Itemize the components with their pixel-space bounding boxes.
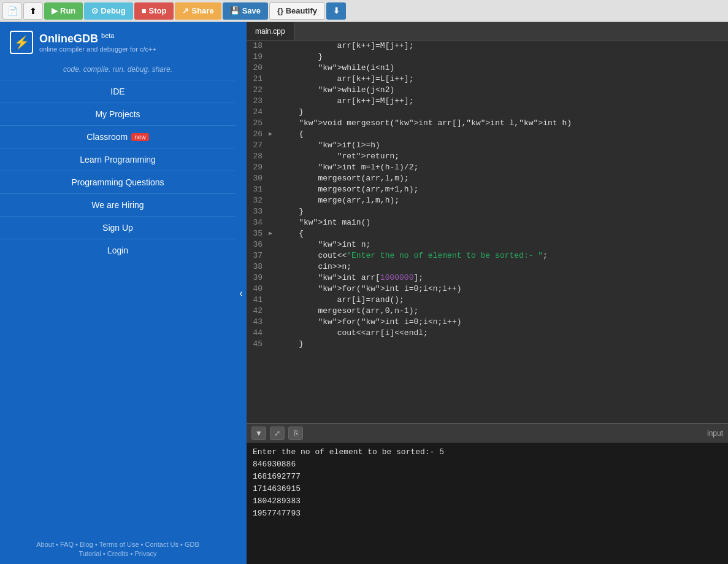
line-content: "ret">return; <box>277 151 402 162</box>
line-arrow <box>269 184 277 195</box>
privacy-link[interactable]: Privacy <box>135 550 157 557</box>
sidebar-item-ide[interactable]: IDE <box>0 80 236 102</box>
line-arrow <box>269 272 277 284</box>
tutorial-link[interactable]: Tutorial <box>79 550 101 557</box>
gdb-link[interactable]: GDB <box>185 541 199 548</box>
line-arrow <box>269 173 277 184</box>
code-line: 35▶ { <box>247 228 728 239</box>
editor-area: main.cpp 18 arr[k++]=M[j++];19 }20 "kw">… <box>247 22 728 564</box>
line-arrow <box>269 107 277 118</box>
line-arrow: ▶ <box>269 228 277 239</box>
code-line: 18 arr[k++]=M[j++]; <box>247 41 728 52</box>
line-arrow: ▶ <box>269 129 277 140</box>
sidebar-item-my-projects[interactable]: My Projects <box>0 102 236 125</box>
code-line: 42 mergesort(arr,0,n-1); <box>247 306 728 317</box>
faq-link[interactable]: FAQ <box>60 541 74 548</box>
terminal-line: 1957747793 <box>253 508 722 520</box>
sidebar-footer: About • FAQ • Blog • Terms of Use • Cont… <box>0 534 236 564</box>
line-number: 38 <box>247 261 269 272</box>
code-line: 38 cin>>n; <box>247 261 728 272</box>
sidebar-item-learn-programming[interactable]: Learn Programming <box>0 148 236 171</box>
stop-button[interactable]: ■ Stop <box>134 2 174 20</box>
debug-icon: ⊙ <box>91 6 98 15</box>
code-editor[interactable]: 18 arr[k++]=M[j++];19 }20 "kw">while(i<n… <box>247 41 728 423</box>
terms-link[interactable]: Terms of Use <box>99 541 139 548</box>
line-content: "kw">int n; <box>277 239 373 250</box>
line-number: 45 <box>247 339 269 350</box>
sidebar-header: ⚡ OnlineGDB beta online compiler and deb… <box>0 22 236 63</box>
code-line: 20 "kw">while(i<n1) <box>247 63 728 74</box>
terminal-label: input <box>707 429 723 438</box>
line-arrow <box>269 284 277 295</box>
debug-button[interactable]: ⊙ Debug <box>84 2 132 20</box>
code-line: 32 merge(arr,l,m,h); <box>247 195 728 206</box>
share-icon: ↗ <box>182 6 189 15</box>
brand-tagline: code. compile. run. debug. share. <box>0 63 236 80</box>
blog-link[interactable]: Blog <box>80 541 93 548</box>
terminal-output[interactable]: Enter the no of element to be sorted:- 5… <box>247 442 728 564</box>
sidebar-item-classroom[interactable]: Classroom new <box>0 125 236 148</box>
terminal-line: 846930886 <box>253 458 722 471</box>
line-number: 33 <box>247 206 269 217</box>
code-line: 23 arr[k++]=M[j++]; <box>247 96 728 107</box>
main-content: ⚡ OnlineGDB beta online compiler and deb… <box>0 22 728 564</box>
line-number: 26 <box>247 129 269 140</box>
stop-icon: ■ <box>142 6 147 15</box>
terminal-copy-btn[interactable]: ⎘ <box>288 427 303 440</box>
logo-icon: ⚡ <box>10 31 33 54</box>
line-arrow <box>269 63 277 74</box>
terminal-expand-btn[interactable]: ⤢ <box>270 427 285 440</box>
line-number: 36 <box>247 239 269 250</box>
sidebar-item-we-are-hiring[interactable]: We are Hiring <box>0 193 236 216</box>
line-number: 41 <box>247 295 269 306</box>
beautify-button[interactable]: {} Beautify <box>269 2 325 20</box>
footer-row-2: Tutorial • Credits • Privacy <box>5 550 231 557</box>
save-button[interactable]: 💾 Save <box>223 2 268 20</box>
code-line: 22 "kw">while(j<n2) <box>247 85 728 96</box>
line-number: 23 <box>247 96 269 107</box>
line-number: 28 <box>247 151 269 162</box>
new-file-button[interactable]: 📄 <box>2 2 22 20</box>
code-line: 26▶ { <box>247 129 728 140</box>
line-arrow <box>269 317 277 328</box>
line-arrow <box>269 195 277 206</box>
terminal-line: 1714636915 <box>253 483 722 495</box>
new-badge: new <box>131 133 148 141</box>
line-number: 42 <box>247 306 269 317</box>
terminal-down-btn[interactable]: ▼ <box>251 427 266 440</box>
code-line: 24 } <box>247 107 728 118</box>
line-content: "kw">while(j<n2) <box>277 85 397 96</box>
line-content: arr[k++]=M[j++]; <box>277 96 416 107</box>
line-number: 31 <box>247 184 269 195</box>
sidebar-item-programming-questions[interactable]: Programming Questions <box>0 171 236 193</box>
sidebar-item-login[interactable]: Login <box>0 239 236 261</box>
run-button[interactable]: ▶ Run <box>44 2 83 20</box>
line-arrow <box>269 140 277 151</box>
line-arrow <box>269 250 277 261</box>
line-content: } <box>277 52 325 63</box>
line-content: "kw">for("kw">int i=0;i<n;i++) <box>277 317 464 328</box>
line-number: 19 <box>247 52 269 63</box>
code-line: 19 } <box>247 52 728 63</box>
line-content: arr[k++]=M[j++]; <box>277 41 416 52</box>
upload-button[interactable]: ⬆ <box>23 2 43 20</box>
line-content: cout<<"Enter the no of element to be sor… <box>277 250 550 261</box>
code-line: 27 "kw">if(l>=h) <box>247 140 728 151</box>
line-number: 34 <box>247 217 269 228</box>
line-content: mergesort(arr,l,m); <box>277 173 412 184</box>
line-arrow <box>269 261 277 272</box>
sidebar-collapse-button[interactable]: ‹ <box>236 22 247 564</box>
line-number: 40 <box>247 284 269 295</box>
line-content: } <box>277 107 306 118</box>
contact-link[interactable]: Contact Us <box>145 541 178 548</box>
tab-main-cpp[interactable]: main.cpp <box>247 22 294 40</box>
share-button[interactable]: ↗ Share <box>175 2 221 20</box>
line-content: "kw">while(i<n1) <box>277 63 397 74</box>
code-line: 25 "kw">void mergesort("kw">int arr[],"k… <box>247 118 728 129</box>
download-button[interactable]: ⬇ <box>326 2 346 20</box>
code-line: 43 "kw">for("kw">int i=0;i<n;i++) <box>247 317 728 328</box>
download-icon: ⬇ <box>333 6 340 15</box>
credits-link[interactable]: Credits <box>107 550 129 557</box>
sidebar-item-sign-up[interactable]: Sign Up <box>0 216 236 239</box>
about-link[interactable]: About <box>36 541 54 548</box>
